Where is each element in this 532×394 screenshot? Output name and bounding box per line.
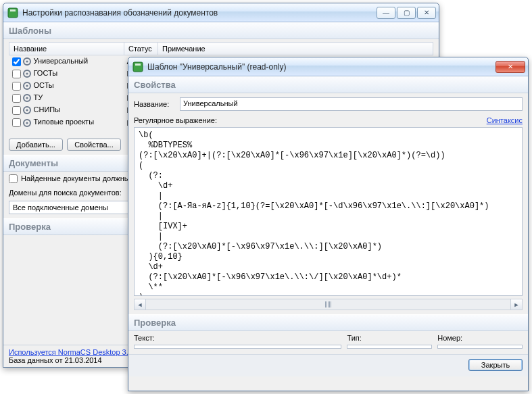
normacs-link[interactable]: Используется NormaCS Desktop 3. (9, 348, 128, 356)
regex-label: Регулярное выражение: (134, 116, 217, 124)
row-name: Типовые проекты (34, 118, 95, 126)
svg-rect-1 (10, 9, 16, 11)
dialog-verify-header: Проверка (128, 314, 528, 331)
svg-point-11 (26, 109, 28, 112)
regex-textarea[interactable]: \b( %DBTYPES% (?:[\x20\xA0]+|(?:[\x20\xA… (134, 127, 523, 296)
gear-icon (22, 118, 32, 128)
templates-header: Шаблоны (3, 22, 439, 39)
dialog-icon (132, 61, 143, 72)
gear-icon (22, 69, 32, 78)
row-name: Универсальный (34, 57, 89, 65)
dialog-titlebar: Шаблон "Универсальный" (read-only) ✕ (128, 57, 528, 76)
svg-point-5 (26, 73, 28, 75)
name-label: Название: (134, 100, 174, 108)
row-name: СНИПы (34, 105, 61, 114)
svg-point-3 (26, 60, 28, 62)
svg-point-13 (26, 122, 28, 124)
close-dialog-button[interactable]: Закрыть (468, 359, 523, 371)
row-name: ГОСТы (34, 69, 58, 77)
type-field[interactable] (347, 345, 432, 349)
row-checkbox[interactable] (12, 57, 21, 66)
properties-button[interactable]: Свойства... (67, 139, 121, 151)
row-checkbox[interactable] (12, 70, 21, 78)
template-dialog: Шаблон "Универсальный" (read-only) ✕ Сво… (128, 57, 529, 391)
regex-hscroll[interactable]: ◄ ► (134, 299, 523, 310)
row-name: ОСТы (34, 81, 54, 89)
minimize-button[interactable]: ― (377, 7, 395, 19)
gear-icon (22, 57, 32, 66)
gear-icon (22, 93, 32, 103)
row-checkbox[interactable] (12, 118, 21, 127)
close-button[interactable]: ✕ (417, 7, 436, 19)
db-date: База данных от 21.03.2014 (9, 356, 102, 364)
syntax-link[interactable]: Синтаксис (487, 116, 523, 124)
number-field[interactable] (437, 345, 523, 349)
name-field[interactable]: Универсальный (180, 97, 523, 111)
scroll-right-icon[interactable]: ► (510, 299, 522, 310)
type-label: Тип: (347, 334, 432, 342)
svg-rect-15 (135, 64, 141, 66)
col-status[interactable]: Статус (124, 43, 158, 55)
row-checkbox[interactable] (12, 106, 21, 115)
add-button[interactable]: Добавить... (9, 139, 63, 151)
app-icon (7, 7, 18, 18)
dialog-close-button[interactable]: ✕ (495, 61, 525, 73)
scroll-left-icon[interactable]: ◄ (135, 299, 146, 310)
gear-icon (22, 81, 32, 91)
number-label: Номер: (437, 334, 523, 342)
found-docs-label: Найденные документы должны (21, 174, 130, 182)
props-header: Свойства (128, 76, 528, 93)
found-docs-checkbox[interactable] (9, 174, 18, 183)
maximize-button[interactable]: ▢ (397, 7, 416, 19)
gear-icon (22, 105, 32, 115)
row-checkbox[interactable] (12, 82, 21, 91)
main-title: Настройки распознавания обозначений доку… (22, 8, 377, 18)
dialog-title: Шаблон "Универсальный" (read-only) (147, 62, 495, 72)
svg-point-9 (26, 97, 28, 99)
svg-point-7 (26, 85, 28, 87)
text-field[interactable] (134, 345, 341, 349)
text-label: Текст: (134, 334, 341, 342)
main-titlebar: Настройки распознавания обозначений доку… (3, 3, 439, 22)
row-checkbox[interactable] (12, 94, 21, 103)
row-name: ТУ (34, 93, 43, 101)
col-name[interactable]: Название (9, 43, 124, 55)
col-note[interactable]: Примечание (158, 43, 433, 55)
